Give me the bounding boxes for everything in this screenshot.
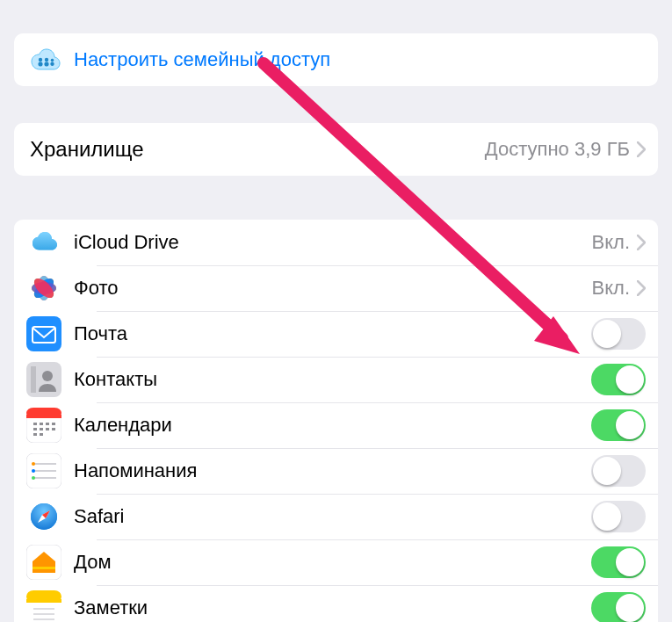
apps-list: iCloud DriveВкл.ФотоВкл.ПочтаКонтактыКал… bbox=[14, 220, 658, 622]
svg-rect-23 bbox=[40, 423, 43, 425]
family-cloud-icon bbox=[26, 47, 61, 73]
chevron-right-icon bbox=[637, 235, 646, 250]
svg-rect-26 bbox=[33, 428, 37, 430]
svg-point-36 bbox=[32, 462, 35, 466]
app-row-reminders: Напоминания bbox=[14, 448, 658, 494]
safari-toggle[interactable] bbox=[591, 501, 646, 532]
storage-row[interactable]: Хранилище Доступно 3,9 ГБ bbox=[14, 123, 658, 176]
app-row-icloud-drive[interactable]: iCloud DriveВкл. bbox=[14, 220, 658, 265]
mail-icon bbox=[26, 316, 61, 351]
svg-rect-5 bbox=[51, 62, 54, 67]
svg-rect-27 bbox=[40, 428, 43, 430]
svg-rect-17 bbox=[31, 366, 36, 393]
family-sharing-row[interactable]: Настроить семейный доступ bbox=[14, 33, 658, 86]
contacts-icon bbox=[26, 362, 61, 397]
chevron-right-icon bbox=[637, 280, 646, 296]
safari-icon bbox=[26, 499, 61, 534]
notes-toggle[interactable] bbox=[591, 592, 646, 622]
app-label: Напоминания bbox=[74, 459, 591, 482]
app-label: Фото bbox=[74, 277, 592, 300]
mail-toggle[interactable] bbox=[591, 318, 646, 350]
svg-rect-1 bbox=[39, 62, 43, 67]
contacts-toggle[interactable] bbox=[591, 364, 646, 395]
calendars-icon bbox=[26, 408, 61, 443]
svg-rect-22 bbox=[33, 423, 37, 425]
svg-rect-29 bbox=[52, 428, 55, 430]
calendars-toggle[interactable] bbox=[591, 409, 646, 441]
app-label: Календари bbox=[74, 414, 591, 437]
photos-icon bbox=[26, 271, 61, 306]
home-toggle[interactable] bbox=[591, 546, 646, 578]
app-label: Контакты bbox=[74, 368, 591, 391]
home-icon bbox=[26, 545, 61, 580]
svg-point-4 bbox=[51, 59, 54, 62]
app-row-photos[interactable]: ФотоВкл. bbox=[14, 265, 658, 311]
app-label: Заметки bbox=[74, 597, 591, 619]
app-label: Safari bbox=[74, 505, 591, 528]
svg-point-37 bbox=[32, 469, 35, 473]
app-row-notes: Заметки bbox=[14, 585, 658, 622]
svg-rect-31 bbox=[40, 433, 43, 436]
app-label: Дом bbox=[74, 551, 591, 574]
svg-rect-21 bbox=[26, 415, 61, 418]
storage-label: Хранилище bbox=[30, 137, 485, 162]
app-row-mail: Почта bbox=[14, 311, 658, 357]
svg-rect-25 bbox=[52, 423, 55, 425]
app-row-contacts: Контакты bbox=[14, 357, 658, 402]
svg-rect-24 bbox=[46, 423, 49, 425]
reminders-toggle[interactable] bbox=[591, 455, 646, 487]
app-row-calendars: Календари bbox=[14, 402, 658, 448]
icloud-drive-icon bbox=[26, 225, 61, 260]
app-value: Вкл. bbox=[592, 231, 631, 254]
app-value: Вкл. bbox=[592, 277, 631, 300]
family-sharing-label: Настроить семейный доступ bbox=[74, 48, 646, 71]
app-row-home: Дом bbox=[14, 539, 658, 585]
svg-rect-28 bbox=[46, 428, 49, 430]
svg-rect-48 bbox=[26, 599, 61, 603]
storage-value: Доступно 3,9 ГБ bbox=[485, 138, 630, 161]
svg-point-0 bbox=[39, 58, 42, 61]
svg-rect-30 bbox=[33, 433, 37, 436]
svg-rect-45 bbox=[33, 567, 55, 569]
notes-icon bbox=[26, 590, 61, 622]
reminders-icon bbox=[26, 453, 61, 488]
svg-rect-3 bbox=[45, 62, 49, 67]
svg-point-18 bbox=[42, 371, 53, 381]
svg-point-38 bbox=[32, 476, 35, 480]
app-label: Почта bbox=[74, 322, 591, 345]
app-label: iCloud Drive bbox=[74, 231, 592, 254]
chevron-right-icon bbox=[637, 141, 646, 157]
app-row-safari: Safari bbox=[14, 494, 658, 539]
svg-point-2 bbox=[45, 58, 48, 61]
